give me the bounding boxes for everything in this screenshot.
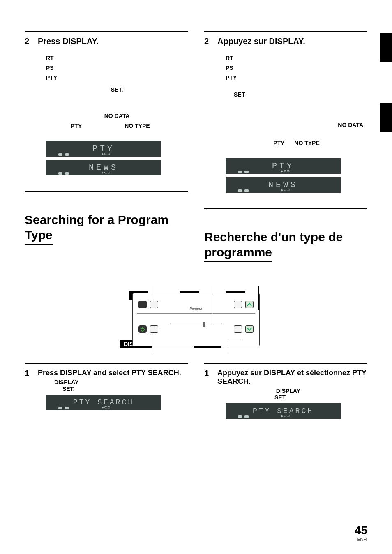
lcd-display: NEWS ▸⊂⊃ xyxy=(226,177,341,193)
remote-btn-set xyxy=(150,301,158,308)
lcd-display: PTY SEARCH ▸⊂⊃ xyxy=(226,403,341,419)
token-ps: PS xyxy=(46,65,54,71)
token-set: SET xyxy=(274,394,286,401)
token-pty2: PTY xyxy=(273,140,284,146)
step-title: Appuyez sur DISPLAY et sélectionnez PTY … xyxy=(217,369,367,386)
page-number: 45 xyxy=(355,524,367,537)
remote-slider xyxy=(170,323,222,325)
remote-btn-menu xyxy=(138,301,147,308)
lcd-display: PTY ▸⊂⊃ xyxy=(46,141,161,157)
token-rt: RT xyxy=(46,55,54,61)
token-set: SET. xyxy=(62,385,75,392)
step-title-en: Press DISPLAY. xyxy=(38,37,188,46)
divider xyxy=(25,31,188,32)
token-nodata: NO DATA xyxy=(104,113,130,119)
remote-btn-tuner xyxy=(234,325,242,333)
step-number: 2 xyxy=(25,37,32,179)
remote-btn-display xyxy=(150,325,158,333)
remote-btn-down xyxy=(245,325,254,333)
token-set: SET xyxy=(234,91,245,98)
token-nodata: NO DATA xyxy=(338,122,363,128)
step-number: 1 xyxy=(204,369,212,422)
pioneer-logo: Pioneer xyxy=(189,307,202,311)
chevron-down-icon xyxy=(246,326,253,332)
lcd-display: PTY ▸⊂⊃ xyxy=(226,158,341,174)
step-number: 2 xyxy=(204,37,212,196)
remote-btn-vol xyxy=(234,301,242,308)
page-footer: 45 En/Fr xyxy=(355,524,367,542)
section-heading-en: Searching for a Program Type xyxy=(25,212,188,245)
token-notype: NO TYPE xyxy=(294,140,319,146)
section-heading-fr: Recherche d'un type de programme xyxy=(204,229,367,262)
power-icon xyxy=(139,326,146,332)
step-title: Press DISPLAY and select PTY SEARCH. xyxy=(38,369,188,377)
divider xyxy=(204,208,367,209)
token-display: DISPLAY xyxy=(276,388,300,394)
token-ps: PS xyxy=(226,65,233,71)
chevron-up-icon xyxy=(246,301,253,308)
step-title-fr: Appuyez sur DISPLAY. xyxy=(217,37,367,46)
lcd-display: NEWS ▸⊂⊃ xyxy=(46,160,161,175)
divider xyxy=(204,363,367,364)
divider xyxy=(25,191,188,192)
remote-btn-up xyxy=(245,301,254,308)
token-pty2: PTY xyxy=(71,122,82,129)
token-rt: RT xyxy=(226,55,233,61)
remote-illustration: Pioneer xyxy=(132,293,260,346)
token-pty: PTY xyxy=(46,74,57,81)
token-notype: NO TYPE xyxy=(125,122,150,129)
step-number: 1 xyxy=(25,369,32,413)
token-pty: PTY xyxy=(226,74,237,81)
token-set: SET. xyxy=(111,86,123,93)
page-lang: En/Fr xyxy=(355,537,367,542)
divider xyxy=(204,31,367,32)
divider xyxy=(25,363,188,364)
token-display: DISPLAY xyxy=(54,379,78,385)
lcd-display: PTY SEARCH ▸⊂⊃ xyxy=(46,395,161,410)
remote-btn-power xyxy=(138,325,147,333)
